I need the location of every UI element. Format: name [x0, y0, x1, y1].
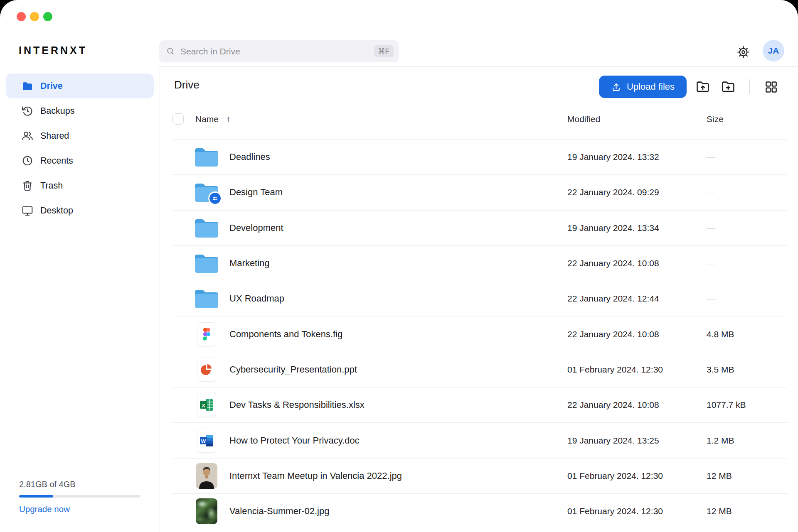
folder-icon	[195, 218, 218, 238]
file-modified: 01 February 2024. 12:30	[567, 365, 663, 375]
folder-icon	[195, 183, 218, 202]
name-column-header[interactable]: Name↑	[195, 114, 231, 124]
table-row[interactable]: W How to Protect Your Privacy.doc 19 Jan…	[172, 423, 788, 458]
powerpoint-file-icon	[197, 358, 216, 382]
table-row[interactable]: Design Team 22 January 2024. 09:29 —	[172, 175, 788, 210]
file-name: Marketing	[229, 258, 270, 269]
storage-widget: 2.81GB of 4GB Upgrade now	[19, 480, 140, 514]
photo-thumbnail-leaves	[196, 498, 217, 524]
storage-progress-fill	[19, 495, 53, 498]
file-size: 3.5 MB	[707, 365, 734, 375]
upgrade-link[interactable]: Upgrade now	[19, 504, 70, 514]
file-size: —	[707, 294, 715, 304]
sidebar-item-shared[interactable]: Shared	[6, 123, 154, 148]
table-row[interactable]: Cybersecurity_Presentation.ppt 01 Februa…	[172, 352, 788, 387]
excel-file-icon: X	[197, 393, 216, 417]
file-modified: 19 January 2024. 13:25	[567, 436, 659, 446]
folder-plus-icon	[721, 79, 736, 94]
storage-progress-bar	[19, 495, 140, 498]
file-size: —	[707, 187, 715, 197]
clock-icon	[21, 154, 34, 167]
table-row[interactable]: Deadlines 19 January 2024. 13:32 —	[172, 140, 788, 175]
table-row[interactable]: Valencia-Summer-02.jpg 01 February 2024.…	[172, 494, 788, 529]
close-window-button[interactable]	[17, 12, 26, 21]
file-name: Design Team	[229, 187, 283, 198]
sidebar-item-label: Desktop	[40, 206, 73, 216]
page-title: Drive	[174, 78, 200, 91]
table-row[interactable]: X Dev Tasks & Responsibilities.xlsx 22 J…	[172, 387, 788, 423]
users-icon	[21, 130, 34, 142]
file-size: 1.2 MB	[707, 436, 734, 446]
file-size: 4.8 MB	[707, 329, 734, 339]
upload-icon	[611, 82, 621, 92]
select-all-checkbox[interactable]	[172, 113, 184, 125]
sidebar-item-label: Backups	[40, 106, 74, 116]
account-avatar[interactable]: JA	[763, 40, 784, 61]
monitor-icon	[21, 204, 34, 217]
grid-view-button[interactable]	[762, 78, 780, 96]
table-row[interactable]: Marketing 22 January 2024. 10:08 —	[172, 246, 788, 281]
word-file-icon: W	[197, 429, 216, 453]
window-controls	[17, 12, 52, 21]
sidebar-item-backups[interactable]: Backups	[6, 98, 154, 123]
table-row[interactable]: Internxt Team Meetup in Valencia 2022.jp…	[172, 458, 788, 494]
svg-text:W: W	[201, 438, 206, 444]
upload-files-button[interactable]: Upload files	[599, 76, 687, 98]
storage-usage-label: 2.81GB of 4GB	[19, 480, 140, 489]
svg-text:X: X	[202, 402, 205, 409]
sidebar: Drive Backups Shared Recents Trash Deskt…	[0, 66, 160, 532]
new-folder-button[interactable]	[719, 78, 737, 96]
trash-icon	[21, 179, 34, 192]
file-size: 1077.7 kB	[707, 400, 746, 410]
file-list: Deadlines 19 January 2024. 13:32 — Desig…	[172, 139, 788, 529]
gear-icon	[737, 46, 750, 59]
file-modified: 19 January 2024. 13:34	[567, 223, 659, 233]
file-name: Internxt Team Meetup in Valencia 2022.jp…	[229, 471, 402, 481]
table-row[interactable]: UX Roadmap 22 January 2024. 12:44 —	[172, 281, 788, 316]
folder-upload-icon	[695, 79, 710, 94]
search-input[interactable]	[180, 47, 374, 56]
file-modified: 19 January 2024. 13:32	[567, 152, 659, 162]
grid-view-icon	[764, 80, 778, 94]
file-modified: 01 February 2024. 12:30	[567, 506, 663, 516]
sidebar-item-label: Drive	[40, 81, 63, 91]
internxt-logo: INTERNXT	[19, 44, 87, 56]
toolbar: Upload files	[599, 76, 780, 98]
file-size: —	[707, 223, 715, 233]
photo-thumbnail-portrait	[196, 463, 217, 489]
file-name: Cybersecurity_Presentation.ppt	[229, 364, 357, 375]
upload-folder-button[interactable]	[694, 78, 712, 96]
table-row[interactable]: Development 19 January 2024. 13:34 —	[172, 211, 788, 246]
search-shortcut-badge: ⌘F	[374, 45, 394, 57]
sidebar-item-label: Trash	[40, 181, 63, 191]
sidebar-item-label: Shared	[40, 131, 69, 141]
file-size: —	[707, 258, 715, 268]
table-row[interactable]: Components and Tokens.fig 22 January 202…	[172, 316, 788, 352]
file-modified: 22 January 2024. 10:08	[567, 258, 659, 268]
sort-ascending-icon: ↑	[226, 114, 231, 124]
folder-icon	[195, 254, 218, 273]
file-size: 12 MB	[707, 471, 732, 481]
file-name: Valencia-Summer-02.jpg	[229, 506, 329, 517]
file-modified: 22 January 2024. 10:08	[567, 400, 659, 410]
sidebar-item-desktop[interactable]: Desktop	[6, 198, 154, 223]
search-bar[interactable]: ⌘F	[159, 40, 399, 62]
sidebar-item-recents[interactable]: Recents	[6, 148, 154, 173]
zoom-window-button[interactable]	[43, 12, 52, 21]
sidebar-nav: Drive Backups Shared Recents Trash Deskt…	[0, 66, 160, 223]
sidebar-item-drive[interactable]: Drive	[6, 74, 154, 98]
app-window: INTERNXT ⌘F JA Drive Backups Shared Rece…	[0, 0, 798, 532]
file-name: Components and Tokens.fig	[229, 329, 342, 340]
table-header: Name↑ Modified Size	[160, 113, 798, 126]
file-modified: 01 February 2024. 12:30	[567, 471, 663, 481]
upload-files-label: Upload files	[627, 81, 675, 92]
settings-button[interactable]	[735, 44, 751, 60]
sidebar-item-label: Recents	[40, 156, 73, 166]
modified-column-header: Modified	[567, 114, 600, 124]
size-column-header: Size	[707, 114, 724, 124]
sidebar-item-trash[interactable]: Trash	[6, 173, 154, 198]
minimize-window-button[interactable]	[30, 12, 39, 21]
file-size: 12 MB	[707, 506, 732, 516]
file-name: How to Protect Your Privacy.doc	[229, 435, 360, 446]
folder-filled-icon	[21, 80, 34, 92]
